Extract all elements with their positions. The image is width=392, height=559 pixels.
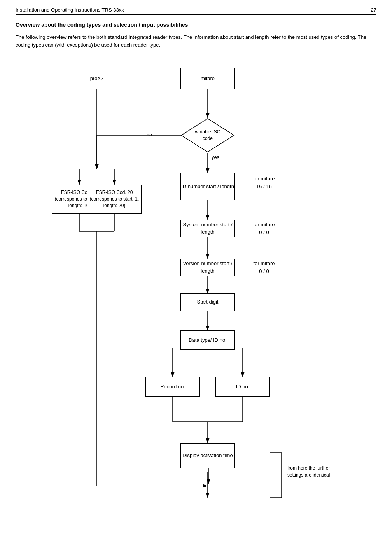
page-header: Installation and Operating Instructions …: [16, 7, 376, 15]
box-record-no: Record no.: [145, 377, 200, 397]
box-mifare: mifare: [180, 68, 235, 89]
label-mifare-00-2: for mifare 0 / 0: [241, 260, 287, 275]
label-no: no: [144, 131, 155, 139]
intro-text: The following overview refers to the bot…: [16, 33, 376, 49]
header-page: 27: [371, 7, 376, 13]
box-id-no: ID no.: [215, 377, 270, 397]
label-mifare-16-16: for mifare 16 / 16: [241, 175, 287, 190]
label-yes: yes: [210, 154, 221, 161]
page: Installation and Operating Instructions …: [0, 0, 392, 535]
label-from-here: from here the further settings are ident…: [287, 465, 359, 479]
box-proX2: proX2: [70, 68, 124, 89]
header-title: Installation and Operating Instructions …: [16, 7, 124, 13]
arrow-down-final: [206, 468, 212, 488]
box-display-activation: Display activation time: [180, 443, 235, 468]
box-data-type: Data type/ ID no.: [180, 330, 235, 350]
box-id-number: ID number start / length: [180, 173, 235, 200]
section-title: Overview about the coding types and sele…: [16, 22, 376, 28]
box-esr20: ESR-ISO Cod. 20 (corresponds to start: 1…: [87, 185, 142, 214]
box-version-number: Version number start / length: [180, 259, 235, 276]
box-system-number: System number start / length: [180, 220, 235, 237]
label-mifare-00-1: for mifare 0 / 0: [241, 221, 287, 236]
diagram: proX2 mifare variable ISO code no yes ES…: [29, 60, 363, 519]
box-start-digit: Start digit: [180, 293, 235, 311]
diamond-variable-iso: variable ISO code: [180, 118, 235, 153]
